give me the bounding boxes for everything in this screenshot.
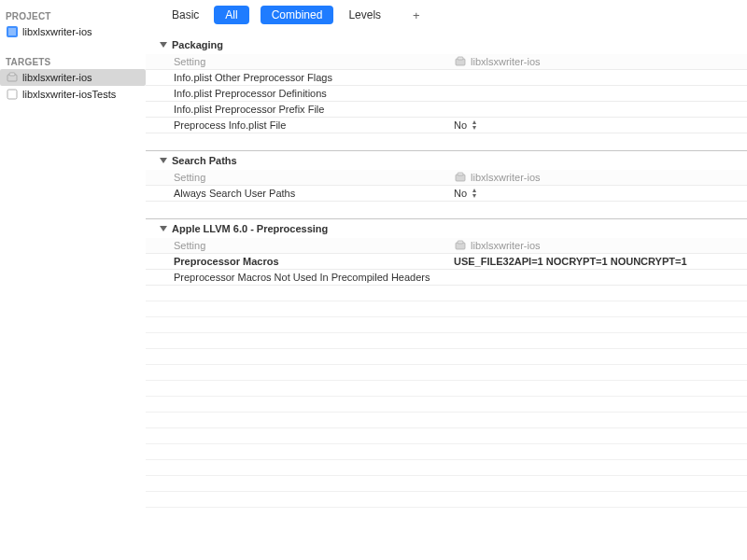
column-target-header: libxlsxwriter-ios (454, 239, 747, 252)
setting-row[interactable]: Preprocess Info.plist File No ▴▾ (146, 118, 747, 133)
empty-row (146, 428, 747, 444)
disclosure-triangle-icon (159, 40, 168, 49)
empty-row (146, 286, 747, 301)
svg-rect-13 (458, 241, 463, 244)
svg-marker-5 (160, 42, 167, 48)
svg-rect-4 (7, 90, 17, 99)
columns-header: Setting libxlsxwriter-ios (146, 54, 747, 70)
stepper-icon[interactable]: ▴▾ (472, 188, 476, 199)
column-setting-header: Setting (174, 56, 454, 67)
column-target-label: libxlsxwriter-ios (471, 240, 541, 251)
framework-icon (6, 71, 19, 84)
project-item-label: libxlsxwriter-ios (22, 26, 92, 37)
setting-name: Info.plist Preprocessor Prefix File (174, 104, 454, 115)
setting-name: Preprocess Info.plist File (174, 119, 454, 131)
section-header-llvm[interactable]: Apple LLVM 6.0 - Preprocessing (146, 218, 747, 238)
empty-row (146, 301, 747, 317)
empty-row (146, 333, 747, 349)
section-packaging: Packaging Setting libxlsxwriter-ios Info… (146, 35, 747, 133)
project-heading: PROJECT (0, 7, 146, 23)
target-item-libxlsxwriter[interactable]: libxlsxwriter-ios (0, 69, 146, 86)
main-panel: Basic All Combined Levels + Packaging Se… (146, 0, 747, 560)
empty-row (146, 460, 747, 476)
target-item-label: libxlsxwriter-iosTests (22, 89, 116, 100)
tab-basic[interactable]: Basic (161, 6, 210, 24)
setting-row[interactable]: Info.plist Preprocessor Definitions (146, 86, 747, 102)
xcode-project-icon (6, 25, 19, 38)
setting-name: Preprocessor Macros (174, 256, 454, 267)
svg-rect-1 (8, 28, 16, 35)
column-setting-header: Setting (174, 240, 454, 251)
svg-marker-11 (160, 226, 167, 231)
svg-rect-7 (458, 57, 463, 60)
setting-value[interactable]: USE_FILE32API=1 NOCRYPT=1 NOUNCRYPT=1 (454, 256, 747, 267)
tab-levels[interactable]: Levels (337, 6, 392, 24)
targets-heading: TARGETS (0, 53, 146, 69)
test-bundle-icon (6, 88, 19, 101)
disclosure-triangle-icon (159, 224, 168, 233)
columns-header: Setting libxlsxwriter-ios (146, 170, 747, 186)
setting-row[interactable]: Info.plist Other Preprocessor Flags (146, 70, 747, 86)
empty-row (146, 317, 747, 333)
section-title: Packaging (172, 39, 223, 50)
empty-row (146, 365, 747, 381)
setting-name: Info.plist Other Preprocessor Flags (174, 72, 454, 83)
stepper-icon[interactable]: ▴▾ (472, 119, 476, 131)
add-build-setting-button[interactable]: + (407, 8, 426, 22)
columns-header: Setting libxlsxwriter-ios (146, 238, 747, 254)
empty-row (146, 444, 747, 460)
column-setting-header: Setting (174, 172, 454, 183)
empty-row (146, 413, 747, 428)
empty-row (146, 492, 747, 508)
section-header-packaging[interactable]: Packaging (146, 35, 747, 54)
framework-icon (454, 239, 467, 252)
section-title: Apple LLVM 6.0 - Preprocessing (172, 223, 328, 234)
target-item-label: libxlsxwriter-ios (22, 72, 92, 83)
target-item-tests[interactable]: libxlsxwriter-iosTests (0, 86, 146, 103)
section-search-paths: Search Paths Setting libxlsxwriter-ios A… (146, 150, 747, 202)
top-tabs: Basic All Combined Levels + (146, 0, 747, 30)
section-header-search-paths[interactable]: Search Paths (146, 150, 747, 170)
section-llvm-preprocessing: Apple LLVM 6.0 - Preprocessing Setting l… (146, 218, 747, 508)
framework-icon (454, 55, 467, 68)
tab-all[interactable]: All (214, 6, 248, 24)
column-target-label: libxlsxwriter-ios (471, 172, 541, 183)
setting-name: Info.plist Preprocessor Definitions (174, 88, 454, 99)
setting-row-preprocessor-macros[interactable]: Preprocessor Macros USE_FILE32API=1 NOCR… (146, 254, 747, 270)
empty-row (146, 349, 747, 365)
project-item[interactable]: libxlsxwriter-ios (0, 23, 146, 40)
svg-rect-3 (9, 73, 15, 76)
section-title: Search Paths (172, 155, 237, 166)
column-target-label: libxlsxwriter-ios (471, 56, 541, 67)
disclosure-triangle-icon (159, 156, 168, 165)
setting-row[interactable]: Info.plist Preprocessor Prefix File (146, 102, 747, 118)
framework-icon (454, 171, 467, 184)
svg-marker-8 (160, 158, 167, 163)
setting-row[interactable]: Always Search User Paths No ▴▾ (146, 186, 747, 202)
setting-name: Always Search User Paths (174, 188, 454, 199)
column-target-header: libxlsxwriter-ios (454, 171, 747, 184)
setting-row[interactable]: Preprocessor Macros Not Used In Precompi… (146, 270, 747, 286)
setting-name: Preprocessor Macros Not Used In Precompi… (174, 272, 454, 283)
sidebar: PROJECT libxlsxwriter-ios TARGETS libxls… (0, 0, 146, 560)
tab-combined[interactable]: Combined (261, 6, 334, 24)
setting-value[interactable]: No ▴▾ (454, 119, 747, 131)
empty-row (146, 476, 747, 492)
setting-value[interactable]: No ▴▾ (454, 188, 747, 199)
column-target-header: libxlsxwriter-ios (454, 55, 747, 68)
svg-rect-10 (458, 173, 463, 175)
empty-row (146, 397, 747, 413)
empty-row (146, 381, 747, 397)
build-settings: Packaging Setting libxlsxwriter-ios Info… (146, 30, 747, 525)
